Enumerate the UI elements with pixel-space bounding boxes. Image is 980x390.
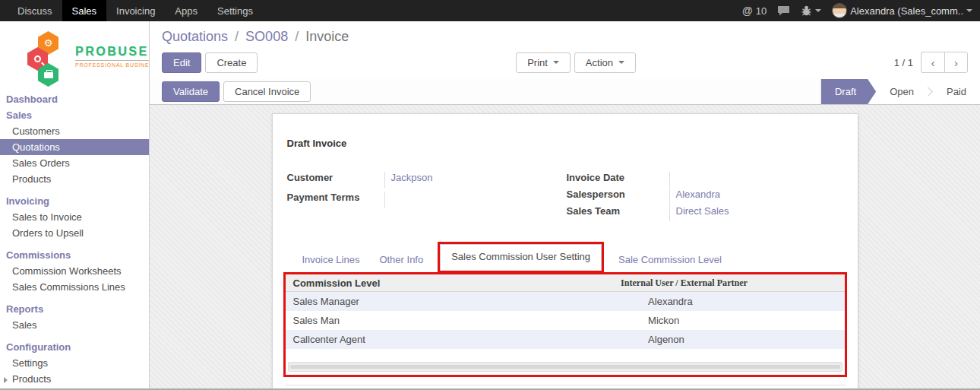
pager-previous-button[interactable]: ‹	[921, 52, 944, 73]
topbar-spacer	[263, 0, 742, 21]
salesperson-value[interactable]: Alexandra	[669, 189, 847, 205]
control-panel: Quotations / SO008 / Invoice Edit Create…	[150, 21, 980, 79]
app-logo[interactable]: ⚙ PROBUSE PROFESSIONAL BUSINESS	[0, 21, 149, 90]
chevron-down-icon	[618, 61, 624, 64]
sheet-divider	[285, 385, 846, 385]
sidebar-header-invoicing[interactable]: Invoicing	[0, 193, 149, 209]
cancel-invoice-button[interactable]: Cancel Invoice	[223, 81, 311, 102]
table-empty-area	[286, 349, 845, 362]
menu-discuss[interactable]: Discuss	[8, 0, 62, 21]
sidebar-item-orders-to-upsell[interactable]: Orders to Upsell	[0, 225, 149, 241]
debug-menu-button[interactable]	[801, 5, 821, 17]
activity-count: 10	[756, 5, 767, 17]
create-button[interactable]: Create	[205, 52, 258, 73]
sidebar-item-products-config[interactable]: Products	[0, 371, 149, 387]
salesperson-label: Salesperson	[567, 189, 669, 200]
sidebar-item-quotations[interactable]: Quotations	[0, 139, 149, 155]
print-dropdown-button[interactable]: Print	[516, 52, 571, 73]
breadcrumb-current: Invoice	[305, 29, 349, 44]
validate-button[interactable]: Validate	[162, 81, 220, 102]
menu-sales[interactable]: Sales	[62, 0, 107, 21]
customer-label: Customer	[287, 172, 384, 183]
table-row[interactable]: Sales Man Mickon	[286, 311, 845, 330]
table-row[interactable]: Callcenter Agent Algenon	[286, 330, 845, 349]
state-paid[interactable]: Paid	[933, 79, 980, 104]
cell-internal-user: Alexandra	[621, 292, 844, 312]
tab-sale-commission-level[interactable]: Sale Commission Level	[609, 247, 732, 272]
menu-settings[interactable]: Settings	[207, 0, 263, 21]
action-dropdown-button[interactable]: Action	[574, 52, 636, 73]
sales-team-label: Sales Team	[567, 205, 669, 217]
bug-icon	[801, 5, 812, 17]
sidebar-header-reports[interactable]: Reports	[0, 301, 149, 317]
tab-sales-commission-user-setting[interactable]: Sales Commission User Setting	[440, 244, 602, 271]
sidebar-header-commissions[interactable]: Commissions	[0, 247, 149, 263]
horizontal-scrollbar[interactable]	[288, 362, 842, 372]
sidebar-item-sales-report[interactable]: Sales	[0, 317, 149, 333]
tab-other-info[interactable]: Other Info	[369, 247, 433, 272]
cell-commission-level: Sales Man	[286, 311, 621, 330]
menu-invoicing[interactable]: Invoicing	[106, 0, 165, 21]
state-open[interactable]: Open	[876, 79, 928, 104]
print-label: Print	[527, 57, 548, 68]
top-navbar: Discuss Sales Invoicing Apps Settings @ …	[0, 0, 980, 21]
tab-bar: Invoice Lines Other Info Sales Commissio…	[283, 242, 847, 273]
column-label: Internal User / External Partner	[621, 277, 748, 289]
invoice-date-label: Invoice Date	[567, 172, 669, 183]
at-icon: @	[742, 5, 753, 17]
activities-button[interactable]: @ 10	[742, 5, 767, 17]
user-name: Alexandra (Sales_comm..	[850, 5, 963, 17]
scrollbar-thumb[interactable]	[290, 365, 840, 369]
breadcrumb-separator: /	[232, 29, 242, 44]
breadcrumb: Quotations / SO008 / Invoice	[162, 29, 968, 45]
edit-button[interactable]: Edit	[162, 52, 201, 73]
brand-tagline: PROFESSIONAL BUSINESS	[75, 60, 150, 68]
sidebar-item-sales-commissions-lines[interactable]: Sales Commissions Lines	[0, 279, 149, 295]
sidebar-item-sales-orders[interactable]: Sales Orders	[0, 155, 149, 171]
avatar	[832, 3, 847, 18]
expand-arrow-icon[interactable]	[4, 377, 8, 383]
table-row[interactable]: Sales Manager Alexandra	[286, 292, 845, 312]
breadcrumb-quotations[interactable]: Quotations	[162, 29, 228, 44]
sidebar-nav: Dashboard Sales Customers Quotations Sal…	[0, 90, 149, 390]
commission-user-table: Commission Level Internal User / Externa…	[286, 274, 845, 349]
table-header-row: Commission Level Internal User / Externa…	[286, 274, 845, 292]
sidebar-item-commission-worksheets[interactable]: Commission Worksheets	[0, 263, 149, 279]
sidebar-item-label: Products	[12, 373, 51, 385]
brand-name: PROBUSE	[75, 46, 150, 58]
sidebar: ⚙ PROBUSE PROFESSIONAL BUSINESS Dashboar…	[0, 21, 150, 390]
sidebar-item-sales-to-invoice[interactable]: Sales to Invoice	[0, 209, 149, 225]
column-internal-user-external-partner[interactable]: Internal User / External Partner	[621, 274, 844, 292]
sidebar-item-settings[interactable]: Settings	[0, 355, 149, 371]
column-commission-level[interactable]: Commission Level	[286, 274, 621, 292]
state-draft[interactable]: Draft	[821, 79, 876, 104]
sidebar-header-dashboard[interactable]: Dashboard	[0, 91, 149, 107]
status-bar: Validate Cancel Invoice Draft Open Paid	[150, 79, 980, 105]
messages-button[interactable]	[777, 5, 790, 16]
sidebar-item-customers[interactable]: Customers	[0, 123, 149, 139]
state-stepper: Draft Open Paid	[820, 79, 980, 104]
customer-value[interactable]: Jackpson	[384, 172, 561, 188]
sidebar-header-configuration[interactable]: Configuration	[0, 339, 149, 355]
pager-counter: 1 / 1	[894, 57, 913, 68]
sidebar-item-contacts[interactable]: Contacts	[0, 387, 149, 390]
sidebar-header-sales[interactable]: Sales	[0, 107, 149, 123]
cell-internal-user: Algenon	[621, 330, 844, 349]
invoice-date-value[interactable]	[669, 172, 847, 188]
sidebar-item-products[interactable]: Products	[0, 171, 149, 187]
invoice-form-sheet: Draft Invoice Customer Jackpson Payment …	[272, 113, 858, 390]
sales-team-value[interactable]: Direct Sales	[669, 205, 847, 221]
content-area: Draft Invoice Customer Jackpson Payment …	[150, 105, 980, 390]
payment-terms-value[interactable]	[384, 192, 561, 208]
top-menu-list: Discuss Sales Invoicing Apps Settings	[0, 0, 263, 21]
menu-apps[interactable]: Apps	[165, 0, 207, 21]
chevron-down-icon	[966, 9, 972, 12]
probuse-logo-icon: ⚙	[27, 31, 70, 81]
tab-invoice-lines[interactable]: Invoice Lines	[292, 247, 370, 272]
action-label: Action	[586, 57, 613, 68]
breadcrumb-separator: /	[292, 29, 302, 44]
cell-internal-user: Mickon	[621, 311, 844, 330]
breadcrumb-so008[interactable]: SO008	[245, 29, 288, 44]
user-menu-button[interactable]: Alexandra (Sales_comm..	[832, 3, 972, 18]
pager-next-button[interactable]: ›	[944, 52, 968, 73]
